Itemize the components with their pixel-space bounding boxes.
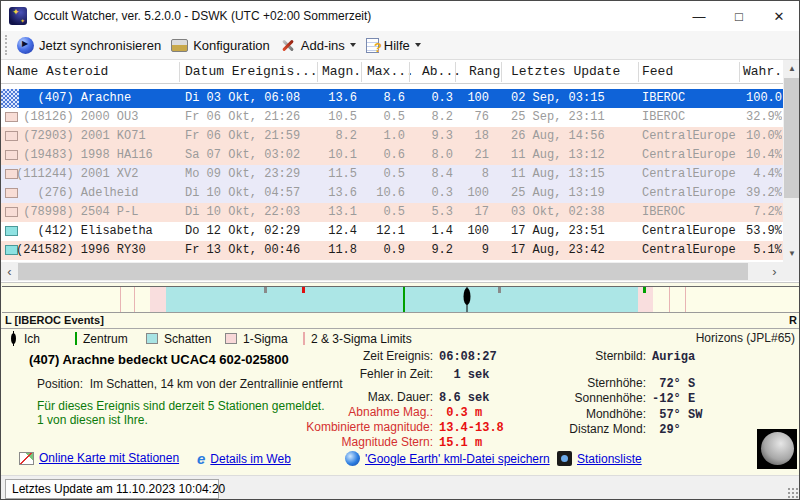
- minimize-button[interactable]: —: [679, 1, 719, 31]
- column-header[interactable]: Wahr.: [743, 64, 782, 79]
- configuration-button[interactable]: Konfiguration: [171, 38, 270, 53]
- gray-tick: [264, 287, 267, 293]
- ich-marker: [463, 287, 470, 312]
- table-row[interactable]: (18126) 2000 OU3Fr 06 Okt, 21:2610.50.58…: [1, 108, 783, 127]
- scroll-up-icon[interactable]: ▲: [783, 64, 800, 73]
- horizontal-scroll-thumb[interactable]: [18, 263, 748, 280]
- cell-update: 25 Aug, 13:19: [511, 184, 633, 203]
- cell-ab: 8.4: [413, 165, 453, 184]
- map-icon: [19, 452, 34, 465]
- google-earth-icon: [345, 451, 360, 466]
- cell-magn: 13.6: [315, 184, 357, 203]
- cell-magn: 11.5: [315, 165, 357, 184]
- table-row[interactable]: (19483) 1998 HA116Sa 07 Okt, 03:0210.10.…: [1, 146, 783, 165]
- timeline-strip[interactable]: [2, 286, 799, 313]
- link-map: Online Karte mit Stationen: [19, 451, 179, 465]
- cell-datum: Mo 09 Okt, 23:29: [185, 165, 313, 184]
- cell-feed: CentralEurope: [642, 127, 740, 146]
- cell-feed: IBEROC: [642, 108, 740, 127]
- cell-update: 17 Aug, 23:51: [511, 222, 633, 241]
- detail-field: Abnahme Mag.: 0.3 m: [223, 405, 482, 420]
- field-label: Distanz Mond:: [546, 422, 646, 436]
- table-row[interactable]: (276) AdelheidDi 10 Okt, 04:5713.610.60.…: [1, 184, 783, 203]
- cell-max: 1.0: [361, 127, 405, 146]
- detail-field: Magnitude Stern:15.1 m: [223, 435, 482, 450]
- field-value: Auriga: [652, 350, 695, 364]
- column-header[interactable]: Feed: [642, 64, 673, 79]
- table-rows: (407) ArachneDi 03 Okt, 06:0813.68.60.31…: [1, 89, 783, 260]
- link-label[interactable]: Details im Web: [210, 452, 290, 466]
- column-divider: [317, 62, 318, 82]
- scroll-right-icon[interactable]: ›: [766, 262, 783, 281]
- table-row[interactable]: (412) ElisabethaDo 12 Okt, 02:2912.412.1…: [1, 222, 783, 241]
- vertical-scroll-thumb[interactable]: [784, 78, 800, 198]
- cell-magn: 10.1: [315, 146, 357, 165]
- table-row[interactable]: (78998) 2504 P-LDi 10 Okt, 22:0313.10.55…: [1, 203, 783, 222]
- table-row[interactable]: (111244) 2001 XV2Mo 09 Okt, 23:2911.50.5…: [1, 165, 783, 184]
- cell-magn: 10.5: [315, 108, 357, 127]
- scroll-left-icon[interactable]: ‹: [1, 262, 18, 281]
- cell-wahr: 100.0: [735, 89, 782, 108]
- column-divider: [739, 62, 740, 82]
- detail-field: Sonnenhöhe:-12° E: [546, 391, 695, 406]
- legend-label: 1-Sigma: [243, 332, 288, 346]
- center-line: [403, 287, 405, 312]
- links-row: Online Karte mit StationeneDetails im We…: [1, 451, 800, 469]
- field-value: 57° SW: [652, 408, 702, 422]
- addins-button[interactable]: Add-ins: [280, 37, 356, 53]
- cell-rang: 8: [449, 165, 489, 184]
- green-tick: [643, 287, 646, 293]
- cell-name: (18126) 2000 OU3: [16, 108, 181, 127]
- column-header[interactable]: Magn.: [322, 64, 361, 79]
- sigma1-swatch-icon: [225, 333, 237, 344]
- maximize-button[interactable]: □: [719, 1, 759, 31]
- cell-update: 26 Aug, 14:56: [511, 127, 633, 146]
- cell-name: (78998) 2504 P-L: [16, 203, 181, 222]
- help-button[interactable]: Hilfe: [366, 38, 421, 53]
- field-label: Sternbild:: [546, 349, 646, 363]
- column-header[interactable]: Rang: [469, 64, 500, 79]
- table-row[interactable]: (407) ArachneDi 03 Okt, 06:0813.68.60.31…: [1, 89, 783, 108]
- horizontal-scrollbar[interactable]: ‹ ›: [1, 262, 783, 281]
- timeline-left-label: L [IBEROC Events]: [5, 314, 104, 326]
- link-label[interactable]: Stationsliste: [577, 452, 642, 466]
- column-headers: Name AsteroidDatum Ereignis...Magn.Max..…: [1, 60, 783, 84]
- resize-grip[interactable]: [787, 487, 799, 499]
- cell-max: 0.5: [361, 108, 405, 127]
- vertical-scrollbar[interactable]: ▲ ▼: [783, 60, 800, 262]
- sync-button[interactable]: Jetzt synchronisieren: [17, 37, 161, 54]
- field-value: -12° E: [652, 392, 695, 406]
- cell-ab: 0.3: [413, 89, 453, 108]
- detail-field: Sternbild:Auriga: [546, 349, 695, 364]
- table-row[interactable]: (72903) 2001 KO71Fr 06 Okt, 21:598.21.09…: [1, 127, 783, 146]
- toolbar-grip[interactable]: [5, 35, 7, 55]
- field-label: Max. Dauer:: [223, 390, 433, 404]
- table-row[interactable]: (241582) 1996 RY30Fr 13 Okt, 00:4611.80.…: [1, 241, 783, 260]
- field-label: Magnitude Stern:: [223, 435, 433, 449]
- app-icon: [9, 7, 27, 25]
- field-label: Sonnenhöhe:: [546, 391, 646, 405]
- field-label: Mondhöhe:: [546, 407, 646, 421]
- sigma23-line: [120, 287, 121, 312]
- cell-ab: 8.0: [413, 146, 453, 165]
- link-label[interactable]: Online Karte mit Stationen: [39, 451, 179, 465]
- column-header[interactable]: Max...: [367, 64, 414, 79]
- column-header[interactable]: Letztes Update: [511, 64, 620, 79]
- cell-max: 0.6: [361, 146, 405, 165]
- column-header[interactable]: Datum Ereignis...: [185, 64, 318, 79]
- cell-wahr: 4.4%: [735, 165, 782, 184]
- field-value: 13.4-13.8: [439, 421, 504, 435]
- title-bar: Occult Watcher, ver. 5.2.0.0 - DSWK (UTC…: [1, 1, 799, 31]
- config-icon: [171, 39, 188, 52]
- link-label[interactable]: 'Google Earth' kml-Datei speichern: [365, 452, 550, 466]
- scroll-down-icon[interactable]: ▼: [783, 249, 800, 258]
- close-button[interactable]: ✕: [759, 1, 799, 31]
- sigma23-swatch-icon: [303, 332, 305, 345]
- cell-max: 8.6: [361, 89, 405, 108]
- column-header[interactable]: Name Asteroid: [7, 64, 108, 79]
- field-value: 15.1 m: [439, 436, 482, 450]
- field-value: 06:08:27: [439, 350, 497, 364]
- cell-feed: CentralEurope: [642, 241, 740, 260]
- cell-update: 11 Aug, 13:15: [511, 165, 633, 184]
- detail-field: Distanz Mond: 29°: [546, 422, 681, 437]
